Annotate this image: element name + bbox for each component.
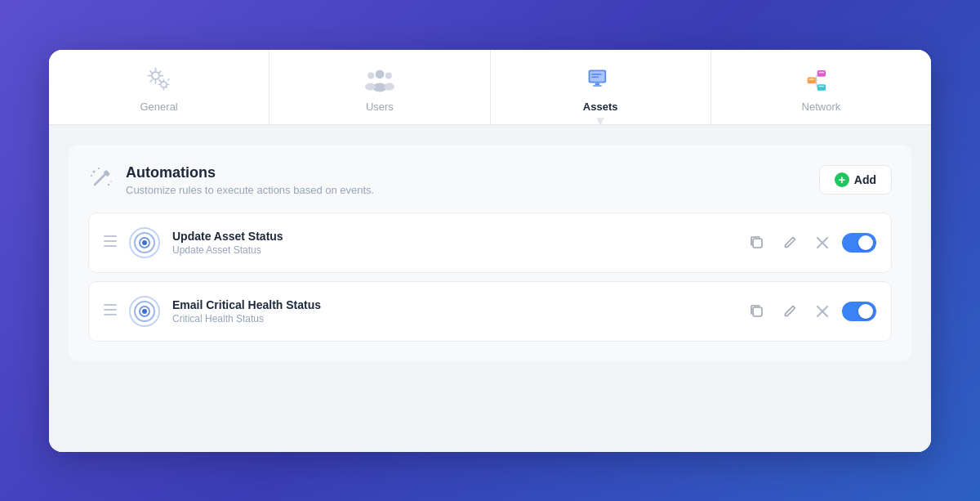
- svg-rect-12: [591, 73, 602, 74]
- svg-rect-31: [104, 240, 117, 242]
- copy-icon[interactable]: [744, 298, 770, 324]
- main-card: General Users: [49, 50, 931, 452]
- automation-row: Email Critical Health Status Critical He…: [88, 281, 892, 342]
- edit-icon[interactable]: [777, 230, 803, 256]
- svg-point-26: [98, 168, 100, 169]
- automations-header: Automations Customize rules to execute a…: [88, 164, 892, 196]
- svg-rect-15: [809, 78, 815, 80]
- svg-rect-40: [104, 304, 117, 306]
- automations-title-group: Automations Customize rules to execute a…: [88, 164, 374, 196]
- svg-rect-10: [595, 83, 599, 85]
- automation-info: Update Asset Status Update Asset Status: [172, 230, 733, 256]
- svg-rect-11: [593, 85, 602, 86]
- gear-icon: [144, 65, 175, 96]
- svg-rect-19: [819, 85, 825, 87]
- automations-title: Automations: [126, 164, 374, 181]
- copy-icon[interactable]: [744, 230, 770, 256]
- svg-rect-14: [808, 77, 816, 83]
- tab-general[interactable]: General: [49, 50, 270, 124]
- svg-rect-47: [753, 307, 762, 316]
- svg-rect-30: [104, 235, 117, 237]
- svg-point-6: [385, 72, 392, 78]
- svg-point-7: [384, 83, 394, 90]
- automation-info: Email Critical Health Status Critical He…: [172, 298, 733, 324]
- svg-point-27: [91, 175, 92, 177]
- tab-users-label: Users: [366, 101, 394, 113]
- add-label: Add: [854, 173, 876, 186]
- network-icon: [805, 65, 836, 96]
- automation-icon: [128, 226, 161, 259]
- svg-rect-42: [104, 314, 117, 315]
- add-circle-icon: +: [835, 172, 849, 187]
- automation-row: Update Asset Status Update Asset Status: [88, 212, 892, 273]
- automation-rows: Update Asset Status Update Asset Status: [88, 212, 892, 342]
- svg-rect-37: [753, 239, 762, 248]
- tab-assets[interactable]: Assets: [491, 50, 711, 124]
- delete-icon[interactable]: [809, 230, 835, 256]
- svg-point-25: [93, 171, 96, 173]
- magic-wand-icon: [88, 165, 114, 195]
- svg-point-28: [108, 184, 109, 186]
- delete-icon[interactable]: [809, 298, 835, 324]
- svg-line-22: [816, 80, 817, 87]
- svg-point-29: [110, 181, 112, 182]
- svg-rect-18: [817, 84, 826, 91]
- automation-title: Email Critical Health Status: [172, 298, 733, 311]
- svg-point-0: [152, 72, 159, 79]
- toggle-enabled[interactable]: [842, 302, 876, 321]
- automation-subtitle: Critical Health Status: [172, 313, 733, 324]
- svg-rect-13: [591, 76, 599, 78]
- svg-rect-17: [819, 71, 825, 73]
- tab-general-label: General: [140, 101, 178, 113]
- users-icon: [364, 65, 395, 96]
- automations-text: Automations Customize rules to execute a…: [126, 164, 374, 196]
- automation-subtitle: Update Asset Status: [172, 244, 733, 256]
- tab-network[interactable]: Network: [711, 50, 931, 124]
- tab-bar: General Users: [49, 50, 931, 125]
- tab-network-label: Network: [802, 101, 841, 113]
- row-actions: [744, 298, 876, 324]
- assets-icon: [585, 65, 616, 96]
- svg-point-4: [368, 72, 374, 78]
- svg-rect-16: [817, 70, 826, 77]
- svg-rect-32: [104, 245, 117, 247]
- add-button[interactable]: + Add: [819, 165, 892, 195]
- svg-rect-41: [104, 309, 117, 311]
- automations-subtitle: Customize rules to execute actions based…: [126, 184, 374, 196]
- svg-point-5: [365, 83, 376, 90]
- drag-handle-icon[interactable]: [104, 235, 117, 249]
- svg-line-21: [816, 74, 817, 80]
- svg-point-46: [142, 309, 147, 314]
- row-actions: [744, 230, 876, 256]
- content-area: Automations Customize rules to execute a…: [49, 125, 931, 452]
- drag-handle-icon[interactable]: [104, 304, 117, 318]
- svg-line-23: [95, 173, 106, 185]
- automation-title: Update Asset Status: [172, 230, 733, 243]
- tab-users[interactable]: Users: [270, 50, 490, 124]
- automation-icon: [128, 295, 161, 328]
- automations-panel: Automations Customize rules to execute a…: [69, 145, 911, 361]
- svg-point-36: [142, 240, 147, 245]
- tab-assets-label: Assets: [583, 101, 618, 113]
- edit-icon[interactable]: [777, 298, 803, 324]
- toggle-enabled[interactable]: [842, 233, 876, 253]
- svg-point-2: [375, 69, 384, 78]
